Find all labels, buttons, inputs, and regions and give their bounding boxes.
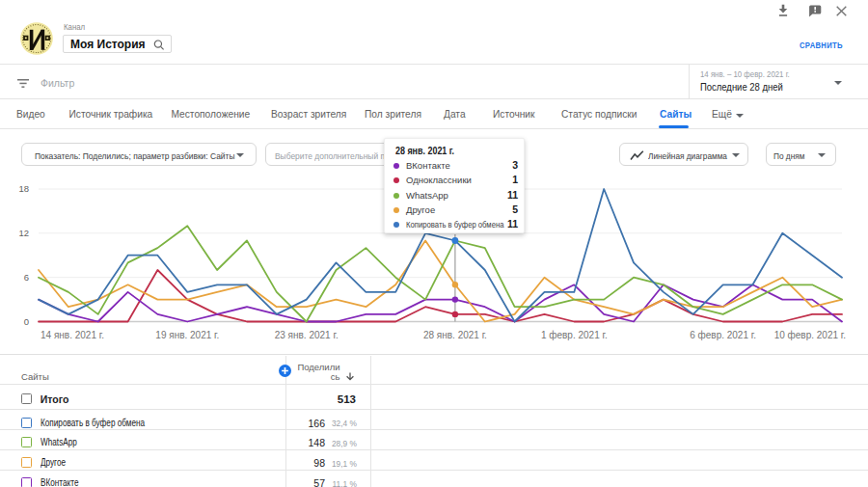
svg-text:10 февр. 2021 г.: 10 февр. 2021 г. (774, 330, 846, 340)
svg-text:14 янв. 2021 г.: 14 янв. 2021 г. (41, 330, 104, 340)
svg-text:6 февр. 2021 г.: 6 февр. 2021 г. (690, 330, 756, 340)
svg-text:19 янв. 2021 г.: 19 янв. 2021 г. (155, 330, 219, 340)
svg-text:6: 6 (24, 272, 29, 283)
svg-text:18: 18 (18, 183, 29, 194)
svg-text:12: 12 (18, 228, 29, 238)
svg-text:28 янв. 2021 г.: 28 янв. 2021 г. (423, 330, 487, 340)
svg-text:1 февр. 2021 г.: 1 февр. 2021 г. (541, 330, 608, 340)
svg-text:0: 0 (24, 316, 29, 327)
svg-text:23 янв. 2021 г.: 23 янв. 2021 г. (275, 330, 339, 340)
